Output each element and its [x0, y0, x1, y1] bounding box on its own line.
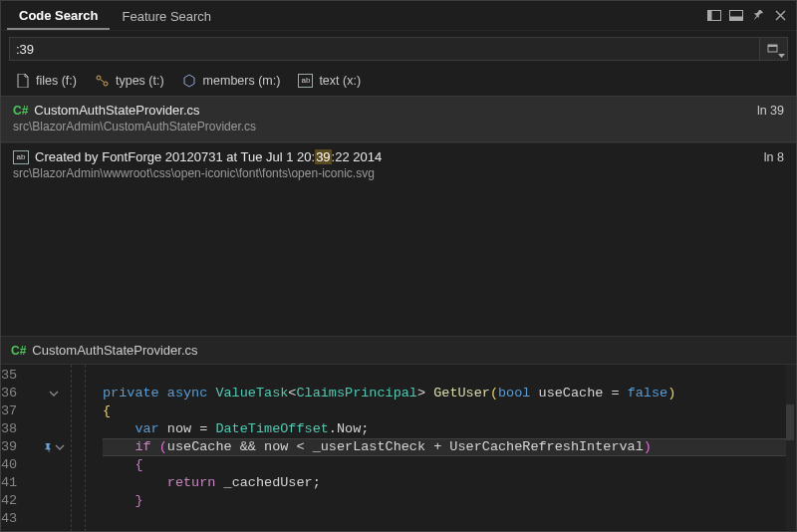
result-line: ln 39: [757, 104, 784, 118]
svg-rect-5: [768, 45, 777, 47]
filter-text-label: text (x:): [319, 74, 361, 88]
members-icon: [182, 73, 197, 88]
search-box[interactable]: [9, 37, 760, 61]
preview-filename: CustomAuthStateProvider.cs: [32, 343, 197, 358]
search-history-dropdown[interactable]: [760, 37, 788, 61]
result-path: src\BlazorAdmin\wwwroot\css\open-iconic\…: [13, 166, 784, 180]
minimap[interactable]: [786, 365, 796, 532]
result-line: ln 8: [764, 150, 784, 164]
line-number-gutter: 353637383940414243: [1, 365, 45, 532]
window-dock-bottom-icon[interactable]: [726, 6, 746, 26]
csharp-icon: C#: [13, 104, 28, 118]
filter-members[interactable]: members (m:): [182, 73, 281, 88]
titlebar: Code Search Feature Search: [1, 1, 796, 31]
filter-files-label: files (f:): [36, 74, 77, 88]
svg-point-7: [104, 82, 108, 86]
preview-header: C# CustomAuthStateProvider.cs: [1, 336, 796, 365]
code-editor[interactable]: 353637383940414243 private async ValueTa…: [1, 365, 796, 532]
filter-files[interactable]: files (f:): [15, 73, 77, 88]
search-row: [1, 31, 796, 67]
text-match-icon: ab: [13, 150, 29, 164]
results-list: C# CustomAuthStateProvider.cs ln 39 src\…: [1, 96, 796, 188]
filter-text[interactable]: ab text (x:): [298, 73, 361, 88]
window-dock-left-icon[interactable]: [704, 6, 724, 26]
result-item[interactable]: ab Created by FontForge 20120731 at Tue …: [1, 142, 796, 188]
filter-row: files (f:) types (t:) members (m:) ab te…: [1, 67, 796, 96]
pin-icon[interactable]: [748, 6, 768, 26]
filter-types-label: types (t:): [116, 74, 164, 88]
tab-code-search[interactable]: Code Search: [7, 2, 110, 30]
indent-guides: [63, 365, 103, 532]
result-path: src\BlazorAdmin\CustomAuthStateProvider.…: [13, 120, 784, 133]
text-icon: ab: [298, 73, 313, 88]
filter-types[interactable]: types (t:): [95, 73, 164, 88]
svg-point-6: [97, 76, 101, 80]
svg-rect-1: [708, 11, 712, 21]
types-icon: [95, 73, 110, 88]
csharp-icon: C#: [11, 344, 26, 358]
file-icon: [15, 73, 30, 88]
fold-gutter[interactable]: [45, 365, 63, 532]
filter-members-label: members (m:): [203, 74, 281, 88]
search-input[interactable]: [16, 42, 753, 57]
close-icon[interactable]: [770, 6, 790, 26]
tab-feature-search[interactable]: Feature Search: [110, 3, 223, 29]
svg-rect-3: [730, 17, 743, 21]
result-item[interactable]: C# CustomAuthStateProvider.cs ln 39 src\…: [1, 96, 796, 142]
result-title: CustomAuthStateProvider.cs: [34, 103, 199, 118]
result-title: Created by FontForge 20120731 at Tue Jul…: [35, 149, 382, 164]
code-area[interactable]: private async ValueTask<ClaimsPrincipal>…: [103, 365, 796, 532]
